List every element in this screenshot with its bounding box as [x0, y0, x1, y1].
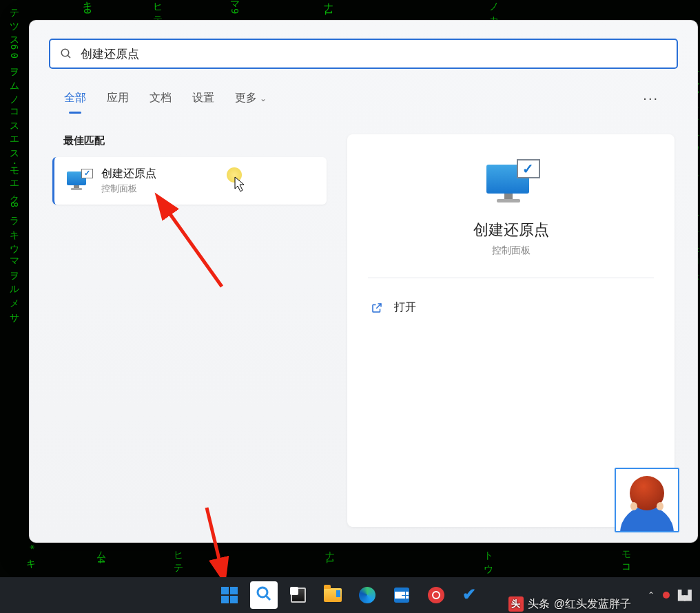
- svg-point-0: [61, 49, 69, 56]
- tab-all[interactable]: 全部: [64, 87, 86, 110]
- record-icon: [428, 587, 444, 603]
- tab-apps[interactable]: 应用: [107, 87, 129, 110]
- open-label: 打开: [394, 300, 416, 315]
- tray-overflow-icon[interactable]: ⌃: [648, 590, 655, 600]
- user-avatar[interactable]: [615, 468, 679, 532]
- results-column: 最佳匹配 ✓ 创建还原点 控制面板: [52, 134, 327, 527]
- system-restore-icon: ✓: [67, 170, 89, 192]
- search-bar[interactable]: [49, 39, 678, 69]
- result-create-restore-point[interactable]: ✓ 创建还原点 控制面板: [52, 157, 327, 205]
- detail-subtitle: 控制面板: [492, 245, 531, 257]
- todo-button[interactable]: ✔: [457, 581, 484, 609]
- edge-button[interactable]: [353, 581, 381, 609]
- taskbar-search-button[interactable]: [250, 581, 278, 609]
- store-icon: [394, 588, 409, 603]
- store-button[interactable]: [388, 581, 415, 609]
- search-window: 全部 应用 文档 设置 更多⌄ ··· 最佳匹配 ✓ 创建还原点 控制面板: [29, 20, 698, 543]
- open-action[interactable]: 打开: [368, 295, 654, 320]
- edge-icon: [359, 587, 375, 603]
- tab-settings[interactable]: 设置: [192, 87, 214, 110]
- tab-more[interactable]: 更多⌄: [235, 87, 267, 110]
- start-button[interactable]: [216, 581, 243, 609]
- result-title: 创建还原点: [101, 167, 156, 181]
- system-tray[interactable]: ⌃ ▙▟: [648, 590, 690, 601]
- result-subtitle: 控制面板: [101, 183, 156, 195]
- recording-indicator-icon: [663, 592, 670, 599]
- watermark-handle: @红头发蓝胖子: [554, 597, 631, 612]
- windows-logo-icon: [221, 587, 238, 603]
- search-icon: [60, 48, 72, 60]
- search-icon: [256, 585, 272, 602]
- task-view-button[interactable]: [285, 581, 312, 609]
- svg-point-4: [258, 588, 267, 597]
- annotation-highlight: [227, 167, 242, 183]
- svg-line-5: [266, 596, 270, 600]
- file-explorer-button[interactable]: [319, 581, 347, 609]
- filter-tabs: 全部 应用 文档 设置 更多⌄ ···: [64, 87, 663, 110]
- task-view-icon: [291, 588, 306, 603]
- detail-title: 创建还原点: [473, 220, 549, 240]
- system-restore-icon-large: ✓: [484, 159, 539, 207]
- folder-icon: [324, 588, 342, 602]
- watermark: 头 头条 @红头发蓝胖子: [508, 596, 631, 612]
- tab-documents[interactable]: 文档: [150, 87, 172, 110]
- search-input[interactable]: [81, 47, 667, 61]
- more-options-button[interactable]: ···: [639, 90, 663, 106]
- best-match-heading: 最佳匹配: [63, 134, 327, 147]
- toutiao-logo-icon: 头: [508, 596, 524, 612]
- svg-line-1: [68, 55, 70, 58]
- chevron-down-icon: ⌄: [260, 94, 267, 103]
- check-icon: ✔: [462, 588, 479, 602]
- watermark-prefix: 头条: [528, 597, 550, 612]
- tray-grid-icon[interactable]: ▙▟: [678, 590, 690, 601]
- recorder-button[interactable]: [422, 581, 450, 609]
- open-external-icon: [371, 302, 383, 314]
